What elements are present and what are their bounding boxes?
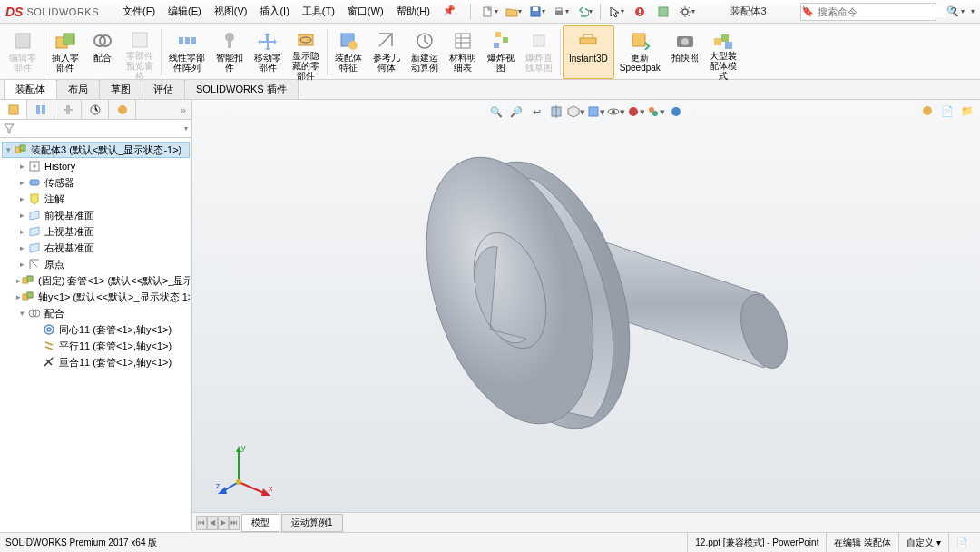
instant3d-icon xyxy=(575,30,601,52)
sheet-tab-motion[interactable]: 运动算例1 xyxy=(281,514,343,532)
tree-node-part[interactable]: ▸(固定) 套管<1> (默认<<默认>_显示... xyxy=(2,272,190,289)
tree-root[interactable]: ▾ 装配体3 (默认<默认_显示状态-1>) xyxy=(2,142,190,158)
search-input[interactable] xyxy=(814,6,946,17)
tree-node-concentric[interactable]: 同心11 (套管<1>,轴y<1>) xyxy=(2,321,190,338)
tree-tab-display[interactable] xyxy=(109,100,136,119)
save-button[interactable]: ▾ xyxy=(527,3,547,21)
sheet-tab-model[interactable]: 模型 xyxy=(241,514,279,532)
new-button[interactable]: ▾ xyxy=(480,3,500,21)
ribbon-snapshot[interactable]: 拍快照 xyxy=(666,25,704,79)
ribbon: 编辑零 部件插入零 部件配合零部件 预览窗 格线性零部 件阵列智能扣 件移动零 … xyxy=(0,24,980,80)
settings-button[interactable]: ▾ xyxy=(677,3,697,21)
tree-node-plane[interactable]: ▸上视基准面 xyxy=(2,223,190,240)
ribbon-show-hidden[interactable]: 显示隐 藏的零 部件 xyxy=(287,25,325,79)
status-extra[interactable]: 📄 xyxy=(948,533,975,552)
tp-explorer-icon[interactable]: 📁 xyxy=(958,102,976,120)
rebuild-button[interactable] xyxy=(630,3,650,21)
tree-tab-dimxpert[interactable] xyxy=(82,100,109,119)
triad[interactable]: y x z xyxy=(216,441,279,505)
tree-tab-feature[interactable] xyxy=(0,100,27,119)
tree-node-origin[interactable]: ▸原点 xyxy=(2,256,190,272)
menu-pin-icon[interactable]: 📌 xyxy=(437,2,461,21)
assembly-icon xyxy=(14,143,28,157)
ribbon-linear-pattern[interactable]: 线性零部 件阵列 xyxy=(163,25,211,79)
tree-node-history[interactable]: ▸History xyxy=(2,158,190,174)
tab-sketch[interactable]: 草图 xyxy=(99,79,142,99)
ribbon-smart-fastener[interactable]: 智能扣 件 xyxy=(211,25,249,79)
tree-tab-property[interactable] xyxy=(27,100,54,119)
sheet-last[interactable]: ⏭ xyxy=(229,516,240,530)
zoom-area-icon[interactable]: 🔎 xyxy=(507,103,525,121)
ribbon-mate[interactable]: 配合 xyxy=(84,25,121,79)
tree-node-annotation[interactable]: ▸注解 xyxy=(2,191,190,207)
render-icon[interactable] xyxy=(667,103,685,121)
ribbon-motion-study[interactable]: 新建运 动算例 xyxy=(406,25,444,79)
tree-tab-config[interactable] xyxy=(54,100,82,119)
section-view-icon[interactable] xyxy=(547,103,565,121)
print-button[interactable]: ▾ xyxy=(551,3,571,21)
tab-evaluate[interactable]: 评估 xyxy=(142,79,185,99)
sheet-first[interactable]: ⏮ xyxy=(196,516,207,530)
tree-node-sensor[interactable]: ▸传感器 xyxy=(2,174,190,191)
ribbon-assembly-feature[interactable]: 装配体 特征 xyxy=(329,25,368,79)
menu-tools[interactable]: 工具(T) xyxy=(297,2,340,21)
tree-node-parallel[interactable]: 平行11 (套管<1>,轴y<1>) xyxy=(2,338,190,354)
ribbon-insert-part[interactable]: 插入零 部件 xyxy=(46,25,84,79)
ribbon-reference-geom[interactable]: 参考几 何体 xyxy=(368,25,406,79)
tree-node-mates[interactable]: ▾配合 xyxy=(2,305,190,321)
menu-window[interactable]: 窗口(W) xyxy=(342,2,389,21)
tp-resources-icon[interactable] xyxy=(918,102,936,120)
ribbon-large-assembly[interactable]: 大型装 配体模 式 xyxy=(704,25,742,79)
menu-help[interactable]: 帮助(H) xyxy=(391,2,436,21)
tree-node-plane[interactable]: ▸右视基准面 xyxy=(2,240,190,256)
undo-button[interactable]: ▾ xyxy=(574,3,594,21)
ribbon-explode-view[interactable]: 爆炸视 图 xyxy=(482,25,520,79)
view-orient-icon[interactable]: ▾ xyxy=(567,103,585,121)
svg-line-61 xyxy=(45,347,53,350)
svg-rect-32 xyxy=(494,43,499,48)
graphics-viewport[interactable]: 🔍 🔎 ↩ ▾ ▾ ▾ ▾ ▾ 📄 📁 xyxy=(192,100,980,532)
menu-edit[interactable]: 编辑(E) xyxy=(162,2,207,21)
feature-tree[interactable]: ▾ 装配体3 (默认<默认_显示状态-1>) ▸History▸传感器▸注解▸前… xyxy=(0,138,191,532)
help-button[interactable]: ? xyxy=(944,3,964,21)
status-custom[interactable]: 自定义 ▾ xyxy=(898,533,948,552)
zoom-fit-icon[interactable]: 🔍 xyxy=(487,103,505,121)
ribbon-move-component[interactable]: 移动零 部件 xyxy=(249,25,287,79)
svg-rect-35 xyxy=(632,34,645,46)
menu-insert[interactable]: 插入(I) xyxy=(254,2,294,21)
origin-icon xyxy=(27,257,42,271)
tab-assembly[interactable]: 装配体 xyxy=(4,79,57,99)
tree-filter[interactable]: ▾ xyxy=(0,120,191,138)
menu-file[interactable]: 文件(F) xyxy=(117,2,161,21)
svg-rect-53 xyxy=(27,276,33,281)
scene-icon[interactable]: ▾ xyxy=(627,103,645,121)
prev-view-icon[interactable]: ↩ xyxy=(527,103,545,121)
ribbon-bom[interactable]: 材料明 细表 xyxy=(444,25,482,79)
open-button[interactable]: ▾ xyxy=(504,3,524,21)
hide-show-icon[interactable]: ▾ xyxy=(607,103,625,121)
ribbon-label: 编辑零 部件 xyxy=(9,53,36,73)
tree-tab-more[interactable]: » xyxy=(136,100,191,119)
svg-point-84 xyxy=(236,479,241,485)
svg-rect-66 xyxy=(589,107,598,116)
sensor-icon xyxy=(27,175,42,190)
ribbon-speedpak[interactable]: 更新 Speedpak xyxy=(614,25,666,79)
sheet-next[interactable]: ▶ xyxy=(218,516,229,530)
ribbon-label: 显示隐 藏的零 部件 xyxy=(292,51,319,81)
tab-addins[interactable]: SOLIDWORKS 插件 xyxy=(184,79,299,99)
svg-line-80 xyxy=(239,482,266,494)
options-button[interactable] xyxy=(653,3,673,21)
select-button[interactable]: ▾ xyxy=(606,3,626,21)
tab-layout[interactable]: 布局 xyxy=(56,79,100,99)
menu-view[interactable]: 视图(V) xyxy=(209,2,253,21)
ribbon-instant3d[interactable]: Instant3D xyxy=(563,25,614,79)
appearance-icon[interactable]: ▾ xyxy=(647,103,665,121)
ribbon-label: 智能扣 件 xyxy=(216,53,243,73)
display-style-icon[interactable]: ▾ xyxy=(587,103,605,121)
sheet-prev[interactable]: ◀ xyxy=(207,516,218,530)
tree-node-coincident[interactable]: 重合11 (套管<1>,轴y<1>) xyxy=(2,354,190,370)
tp-design-lib-icon[interactable]: 📄 xyxy=(938,102,956,120)
search-box[interactable]: 🔖 🔍 ▾ xyxy=(800,3,936,21)
tree-node-part[interactable]: ▸轴y<1> (默认<<默认>_显示状态 1>... xyxy=(2,289,190,305)
tree-node-plane[interactable]: ▸前视基准面 xyxy=(2,207,190,223)
